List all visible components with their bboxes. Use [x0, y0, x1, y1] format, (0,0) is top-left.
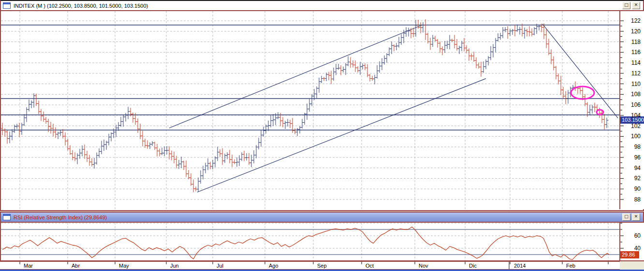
ohlc-bar	[175, 156, 178, 168]
ohlc-bar	[262, 127, 265, 137]
ohlc-bar	[397, 37, 400, 47]
ohlc-bar	[322, 77, 325, 81]
close-icon[interactable]: ✕	[632, 2, 640, 9]
ohlc-bar	[223, 154, 226, 163]
ohlc-bar	[393, 44, 395, 51]
ohlc-bar	[23, 114, 26, 126]
ohlc-bar	[78, 149, 81, 159]
ohlc-bar	[470, 54, 473, 60]
month-label: Dic	[469, 263, 477, 269]
ohlc-bar	[407, 28, 410, 36]
ohlc-bar	[158, 149, 161, 157]
price-chart-plot[interactable]	[1, 11, 619, 209]
price-axis-label: 88	[620, 196, 641, 203]
ohlc-bar	[163, 146, 166, 156]
ohlc-bar	[395, 43, 398, 50]
ohlc-bar	[368, 74, 371, 81]
price-axis-label: 96	[620, 154, 641, 161]
ohlc-bar	[185, 160, 188, 177]
ohlc-bar	[356, 66, 359, 72]
ohlc-bar	[523, 28, 526, 39]
time-axis: MarAbrMayJunJulAgoSepOctNovDic2014Feb	[0, 261, 620, 270]
ohlc-bar	[64, 132, 67, 145]
rsi-axis: 29.86 6040	[619, 223, 644, 260]
ohlc-bar	[243, 151, 246, 161]
main-titlebar[interactable]: INDITEX (M ) (102.2500, 103.8500, 101.50…	[1, 1, 643, 11]
ohlc-bar	[73, 152, 76, 161]
ohlc-bar	[228, 150, 231, 163]
ohlc-bar	[257, 138, 260, 149]
ohlc-bar	[199, 171, 202, 184]
ohlc-bar	[219, 149, 221, 157]
ohlc-bar	[424, 19, 427, 40]
ohlc-bar	[477, 63, 480, 69]
ohlc-bar	[349, 57, 352, 68]
rsi-plot[interactable]	[1, 223, 619, 260]
ohlc-bar	[557, 73, 560, 85]
ohlc-bar	[61, 129, 64, 138]
ohlc-bar	[221, 148, 224, 165]
annotation-ellipse[interactable]	[597, 110, 603, 114]
ohlc-bar	[37, 100, 40, 114]
price-axis-label: 122	[620, 17, 641, 24]
ohlc-bar	[603, 114, 606, 130]
ohlc-bar	[330, 71, 333, 84]
restore-icon[interactable]: □	[622, 2, 630, 9]
trend-line[interactable]	[197, 79, 486, 192]
ohlc-bar	[499, 33, 502, 40]
ohlc-bar	[574, 82, 577, 91]
ohlc-bar	[146, 140, 149, 149]
ohlc-bar	[484, 59, 487, 69]
ohlc-bar	[117, 122, 120, 131]
ohlc-bar	[506, 26, 509, 39]
ohlc-bar	[364, 63, 366, 70]
ohlc-bar	[526, 29, 528, 37]
ohlc-bar	[1, 123, 4, 135]
month-label: 2014	[514, 263, 526, 269]
ohlc-bar	[88, 155, 91, 166]
ohlc-bar	[545, 29, 548, 48]
ohlc-bar	[371, 76, 374, 81]
window-icon	[3, 214, 11, 220]
ohlc-bar	[339, 65, 342, 75]
price-axis-label: 118	[620, 39, 641, 45]
price-axis-label: 92	[620, 175, 641, 182]
trend-line[interactable]	[169, 25, 422, 128]
month-label: Abr	[72, 263, 80, 269]
month-label: Oct	[366, 263, 374, 269]
price-axis-label: 120	[620, 28, 641, 35]
close-icon[interactable]: ✕	[632, 214, 640, 221]
ohlc-bar	[489, 46, 492, 60]
ohlc-bar	[501, 27, 504, 38]
ohlc-bar	[107, 134, 110, 145]
ohlc-bar	[564, 91, 567, 104]
ohlc-bar	[521, 24, 524, 36]
ohlc-bar	[132, 113, 134, 123]
ohlc-bar	[192, 179, 195, 192]
ohlc-bar	[71, 150, 74, 160]
restore-icon[interactable]: □	[622, 214, 630, 221]
rsi-titlebar[interactable]: RSI (Relative Strength Index) (29.8649) …	[1, 213, 643, 223]
rsi-axis-label: 40	[620, 245, 641, 252]
ohlc-bar	[3, 128, 6, 137]
ohlc-bar	[206, 158, 209, 170]
ohlc-bar	[494, 38, 497, 53]
ohlc-bar	[511, 29, 514, 35]
month-label: Sep	[317, 263, 327, 269]
ohlc-bar	[272, 114, 275, 126]
month-label: Mar	[24, 263, 33, 269]
ohlc-bar	[42, 112, 45, 122]
ohlc-bar	[591, 105, 594, 114]
ohlc-bar	[226, 152, 229, 159]
ohlc-bar	[245, 153, 248, 160]
ohlc-bar	[448, 35, 451, 49]
price-axis-label: 94	[620, 165, 641, 171]
ohlc-bar	[327, 72, 330, 80]
ohlc-bar	[49, 122, 52, 133]
ohlc-bar	[547, 39, 550, 55]
rsi-current-value-label: 29.86	[620, 251, 639, 258]
ohlc-bar	[151, 141, 154, 146]
trend-line[interactable]	[542, 24, 618, 118]
ohlc-bar	[277, 112, 279, 119]
ohlc-bar	[170, 151, 173, 161]
